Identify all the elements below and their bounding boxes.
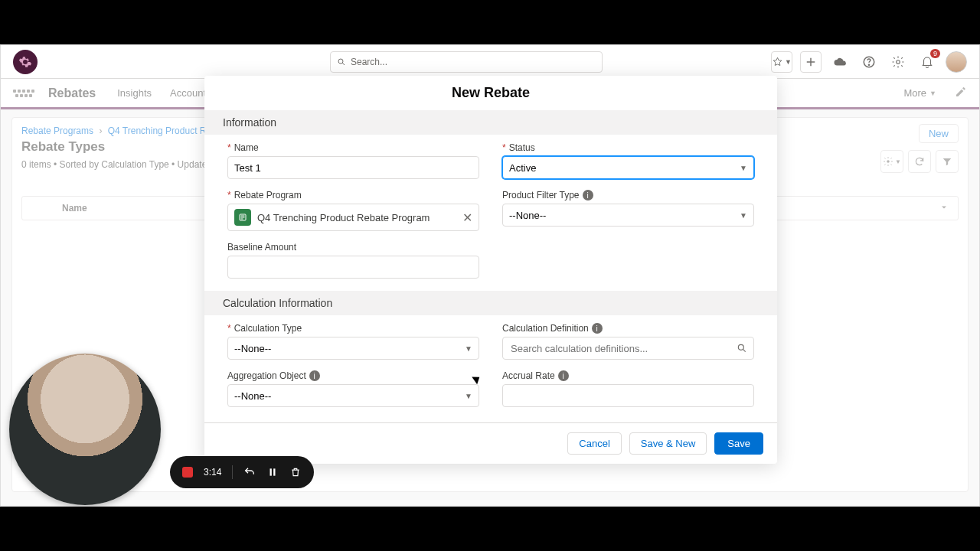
help-button[interactable]: [858, 51, 880, 73]
user-avatar[interactable]: [946, 51, 967, 73]
save-and-new-button[interactable]: Save & New: [629, 432, 707, 455]
section-calculation: Calculation Information: [204, 291, 777, 315]
recording-toolbar: 3:14: [170, 456, 314, 488]
field-accrual-rate: Accrual Rate i: [502, 370, 754, 407]
section-information: Information: [204, 110, 777, 135]
setup-button[interactable]: [887, 51, 909, 73]
field-rebate-program: *Rebate Program Q4 Trenching Product Reb…: [227, 190, 479, 231]
svg-line-8: [743, 349, 745, 351]
cloud-icon: [833, 55, 847, 69]
clear-program-button[interactable]: ✕: [462, 210, 472, 225]
favorites-button[interactable]: ▼: [771, 51, 792, 73]
modal-title: New Rebate: [204, 76, 777, 110]
record-time: 3:14: [204, 467, 221, 478]
aggregation-object-select[interactable]: --None--▼: [227, 384, 479, 407]
field-calculation-type: *Calculation Type --None--▼: [227, 323, 479, 360]
gear-icon: [891, 55, 905, 69]
calc-def-input[interactable]: [509, 342, 737, 355]
undo-button[interactable]: [243, 466, 256, 478]
global-header: Search... ▼: [1, 45, 979, 79]
presenter-webcam: [9, 354, 161, 505]
rebate-program-value: Q4 Trenching Product Rebate Program: [257, 212, 456, 223]
new-rebate-modal: New Rebate Information *Name Test 1 *Sta…: [204, 76, 777, 464]
calculation-type-select[interactable]: --None--▼: [227, 337, 479, 360]
global-search[interactable]: Search...: [330, 51, 603, 73]
save-button[interactable]: Save: [714, 432, 763, 455]
pause-button[interactable]: [266, 466, 279, 478]
svg-rect-10: [274, 468, 276, 475]
status-select[interactable]: Active▼: [502, 156, 754, 179]
field-calculation-definition: Calculation Definition i: [502, 323, 754, 360]
record-indicator[interactable]: [182, 467, 193, 478]
undo-icon: [243, 466, 256, 478]
plus-icon: [804, 55, 818, 69]
svg-line-1: [342, 63, 345, 65]
star-icon: [772, 55, 783, 69]
baseline-amount-input[interactable]: [227, 256, 479, 279]
product-filter-select[interactable]: --None--▼: [502, 204, 754, 227]
info-icon[interactable]: i: [558, 370, 569, 381]
question-icon: [862, 55, 876, 69]
field-name: *Name Test 1: [227, 142, 479, 179]
rebate-program-lookup[interactable]: Q4 Trenching Product Rebate Program ✕: [227, 204, 479, 231]
field-status: *Status Active▼: [502, 142, 754, 179]
search-icon: [337, 57, 346, 67]
brand-logo[interactable]: [13, 50, 38, 74]
calculation-definition-lookup[interactable]: [502, 337, 754, 360]
notification-count: 9: [930, 49, 940, 58]
pause-icon: [267, 467, 278, 478]
add-button[interactable]: [800, 51, 822, 73]
svg-rect-9: [270, 468, 272, 475]
svg-point-4: [897, 60, 900, 64]
info-icon[interactable]: i: [592, 323, 603, 334]
salesforce-help[interactable]: [829, 51, 851, 73]
search-icon: [737, 343, 747, 354]
svg-point-0: [338, 59, 343, 64]
info-icon[interactable]: i: [309, 370, 320, 381]
cancel-button[interactable]: Cancel: [567, 432, 621, 455]
delete-button[interactable]: [289, 466, 302, 478]
svg-point-3: [868, 64, 869, 65]
field-product-filter-type: Product Filter Type i --None--▼: [502, 190, 754, 231]
accrual-rate-input[interactable]: [502, 384, 754, 407]
name-input[interactable]: Test 1: [227, 156, 479, 179]
search-placeholder: Search...: [351, 57, 387, 67]
info-icon[interactable]: i: [583, 190, 593, 201]
svg-point-7: [738, 344, 743, 350]
trash-icon: [290, 467, 301, 478]
field-baseline-amount: Baseline Amount: [227, 242, 479, 279]
field-aggregation-object: Aggregation Object i --None--▼: [227, 370, 479, 407]
program-icon: [234, 209, 251, 226]
notifications-button[interactable]: 9: [916, 51, 938, 73]
